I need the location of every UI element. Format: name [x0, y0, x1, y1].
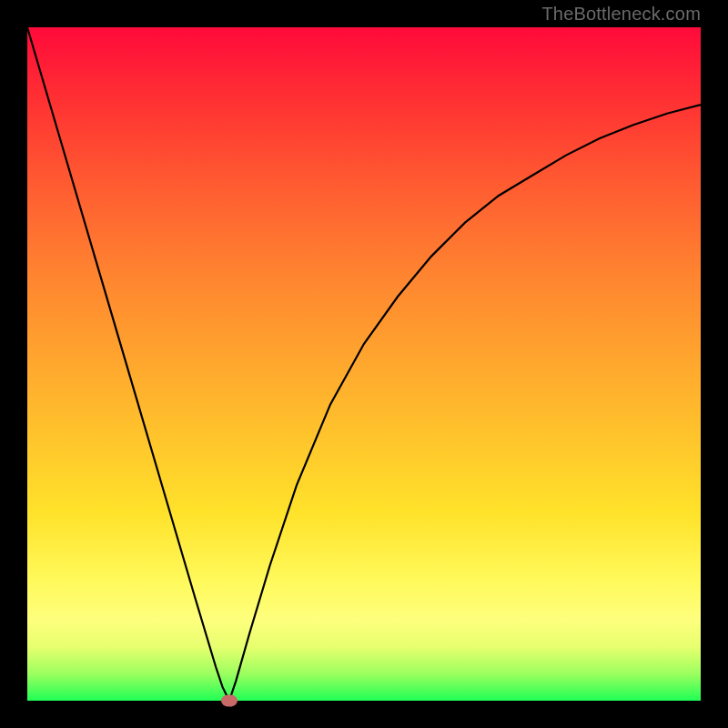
chart-frame: TheBottleneck.com	[0, 0, 728, 728]
watermark-text: TheBottleneck.com	[541, 4, 701, 25]
plot-area	[27, 27, 701, 701]
bottleneck-curve	[27, 27, 701, 701]
optimal-point-marker	[221, 695, 238, 707]
